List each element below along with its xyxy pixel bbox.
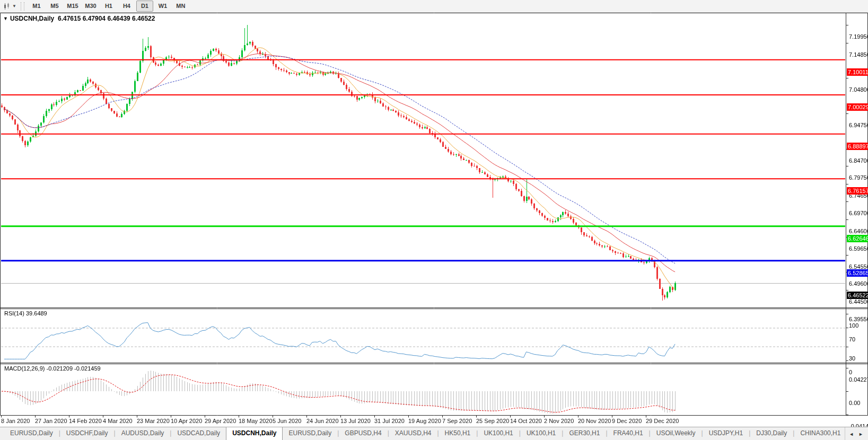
price-tick-label: 6.64600 bbox=[849, 228, 868, 234]
macd-tick-label: 0.042275 bbox=[849, 376, 868, 383]
trading-terminal-window: ▼ M1M5M15M30H1H4D1W1MN ▼USDCNH,Daily 6.4… bbox=[0, 0, 868, 440]
chart-tab-usdchf-daily[interactable]: USDCHF,Daily bbox=[60, 427, 114, 440]
timeframe-button-m1[interactable]: M1 bbox=[28, 1, 45, 12]
price-tick-label: 6.94750 bbox=[849, 122, 868, 128]
timeframe-button-h4[interactable]: H4 bbox=[118, 1, 135, 12]
toolbar-grip-handle[interactable] bbox=[21, 2, 24, 11]
date-axis-label: 27 Jan 2020 bbox=[35, 418, 67, 424]
chevron-down-icon: ▼ bbox=[12, 4, 16, 9]
rsi-tick-label: 70 bbox=[849, 336, 855, 342]
tab-scroll-left-icon[interactable]: ◄ bbox=[849, 432, 854, 437]
chart-tab-eurusd-daily[interactable]: EURUSD,Daily bbox=[4, 427, 59, 440]
timeframe-button-m5[interactable]: M5 bbox=[46, 1, 63, 12]
date-axis-label: 14 Oct 2020 bbox=[510, 418, 542, 424]
timeframe-button-m30[interactable]: M30 bbox=[82, 1, 99, 12]
chart-type-button[interactable]: ▼ bbox=[0, 3, 20, 10]
chart-tab-gbpusd-h4[interactable]: GBPUSD,H4 bbox=[339, 427, 387, 440]
date-axis-label: 13 Jul 2020 bbox=[340, 418, 371, 424]
chart-tab-uk100-h1[interactable]: UK100,H1 bbox=[478, 427, 519, 440]
price-tick-label: 6.59650 bbox=[849, 245, 868, 252]
level-price-label: 6.76157 bbox=[847, 187, 868, 195]
chart-tab-hk50-h1[interactable]: HK50,H1 bbox=[439, 427, 477, 440]
timeframe-button-w1[interactable]: W1 bbox=[154, 1, 171, 12]
date-axis-label: 9 Dec 2020 bbox=[612, 418, 642, 424]
chart-tab-china300-h1[interactable]: CHINA300,H1 bbox=[794, 427, 845, 440]
chart-tab-bar: EURUSD,Daily|USDCHF,Daily|AUDUSD,Daily|U… bbox=[0, 427, 868, 440]
level-price-label: 7.00029 bbox=[847, 103, 868, 111]
chart-tabs: EURUSD,Daily|USDCHF,Daily|AUDUSD,Daily|U… bbox=[0, 427, 845, 440]
date-axis-label: 10 Apr 2020 bbox=[171, 418, 202, 424]
macd-tick-label: 0.00 bbox=[849, 400, 860, 406]
candle-chart-icon bbox=[3, 3, 11, 10]
timeframe-button-mn[interactable]: MN bbox=[172, 1, 189, 12]
price-chart-canvas[interactable] bbox=[0, 12, 868, 427]
chart-tab-dj30-daily[interactable]: DJ30,Daily bbox=[750, 427, 793, 440]
chart-tab-usdcnh-daily[interactable]: USDCNH,Daily bbox=[226, 427, 283, 440]
price-tick-label: 6.39550 bbox=[849, 316, 868, 322]
price-tick-label: 7.04800 bbox=[849, 86, 868, 93]
date-axis-label: 14 Feb 2020 bbox=[69, 418, 102, 424]
tab-scroll-right-icon[interactable]: ► bbox=[858, 432, 863, 437]
chart-tab-usdcad-daily[interactable]: USDCAD,Daily bbox=[171, 427, 226, 440]
date-axis-label: 5 Jun 2020 bbox=[273, 418, 301, 424]
price-tick-label: 6.84700 bbox=[849, 157, 868, 164]
chart-tab-ger30-h1[interactable]: GER30,H1 bbox=[563, 427, 606, 440]
chart-tab-usoil-weekly[interactable]: USOil,Weekly bbox=[651, 427, 702, 440]
timeframe-button-d1[interactable]: D1 bbox=[136, 1, 153, 12]
chart-ohlc-values: 6.47615 6.47904 6.46439 6.46522 bbox=[58, 15, 155, 22]
date-axis-label: 2 Nov 2020 bbox=[544, 418, 574, 424]
price-tick-label: 7.14850 bbox=[849, 51, 868, 58]
date-axis-label: 25 Sep 2020 bbox=[476, 418, 509, 424]
date-axis-label: 29 Apr 2020 bbox=[205, 418, 236, 424]
date-axis-label: 4 Mar 2020 bbox=[103, 418, 133, 424]
date-axis-label: 23 Mar 2020 bbox=[137, 418, 170, 424]
level-price-label: 6.52865 bbox=[847, 269, 868, 277]
date-axis-label: 18 May 2020 bbox=[239, 418, 273, 424]
chart-symbol: USDCNH,Daily bbox=[10, 15, 54, 22]
timeframe-button-h1[interactable]: H1 bbox=[100, 1, 117, 12]
chart-tab-xauusd-h4[interactable]: XAUUSD,H4 bbox=[389, 427, 437, 440]
date-axis-label: 20 Nov 2020 bbox=[578, 418, 611, 424]
price-tick-label: 6.79750 bbox=[849, 174, 868, 181]
rsi-tick-label: 100 bbox=[849, 322, 858, 329]
level-price-label: 6.62646 bbox=[847, 235, 868, 242]
level-price-label: 6.88897 bbox=[847, 143, 868, 150]
collapse-arrow-icon: ▼ bbox=[3, 16, 8, 21]
chart-tab-audusd-daily[interactable]: AUDUSD,Daily bbox=[116, 427, 170, 440]
chart-window: ▼USDCNH,Daily 6.47615 6.47904 6.46439 6.… bbox=[0, 12, 868, 427]
timeframe-toolbar: ▼ M1M5M15M30H1H4D1W1MN bbox=[0, 0, 868, 13]
tab-scroll-controls: ◄ ► bbox=[845, 427, 868, 440]
price-tick-label: 6.69700 bbox=[849, 210, 868, 216]
rsi-tick-label: 0 bbox=[849, 369, 852, 375]
chart-title: ▼USDCNH,Daily 6.47615 6.47904 6.46439 6.… bbox=[3, 15, 155, 22]
rsi-tick-label: 30 bbox=[849, 355, 855, 362]
date-axis-label: 24 Jun 2020 bbox=[306, 418, 339, 424]
timeframe-buttons: M1M5M15M30H1H4D1W1MN bbox=[28, 1, 190, 12]
date-axis-label: 7 Sep 2020 bbox=[442, 418, 472, 424]
level-price-label: 7.10011 bbox=[847, 68, 868, 76]
timeframe-button-m15[interactable]: M15 bbox=[64, 1, 81, 12]
date-axis-label: 29 Dec 2020 bbox=[646, 418, 679, 424]
chart-tab-usdjpy-h1[interactable]: USDJPY,H1 bbox=[703, 427, 749, 440]
date-axis-label: 31 Jul 2020 bbox=[374, 418, 405, 424]
date-axis-label: 19 Aug 2020 bbox=[408, 418, 441, 424]
chart-tab-eurusd-daily[interactable]: EURUSD,Daily bbox=[283, 427, 337, 440]
rsi-panel-label: RSI(14) 39.6489 bbox=[4, 310, 47, 316]
price-tick-label: 7.19950 bbox=[849, 33, 868, 40]
price-tick-label: 6.49600 bbox=[849, 280, 868, 287]
macd-panel-label: MACD(12,26,9) -0.021209 -0.021459 bbox=[4, 365, 101, 372]
date-axis-label: 8 Jan 2020 bbox=[1, 418, 30, 424]
chart-tab-fra40-h1[interactable]: FRA40,H1 bbox=[608, 427, 649, 440]
chart-tab-uk100-h1[interactable]: UK100,H1 bbox=[521, 427, 562, 440]
price-tick-label: 6.44500 bbox=[849, 298, 868, 305]
current-price-label: 6.46522 bbox=[847, 292, 868, 299]
